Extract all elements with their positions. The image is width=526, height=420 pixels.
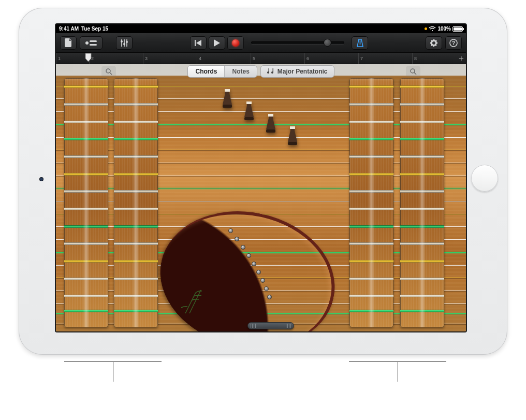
document-icon	[65, 38, 72, 47]
bar-marker: 5	[251, 53, 304, 64]
svg-rect-16	[266, 129, 275, 133]
record-button[interactable]	[227, 36, 244, 50]
svg-rect-12	[223, 105, 232, 108]
scale-label: Major Pentatonic	[277, 68, 328, 75]
svg-rect-13	[225, 89, 230, 92]
settings-button[interactable]	[426, 36, 442, 50]
status-time: 9:41 AM	[59, 26, 79, 32]
go-to-beginning-button[interactable]	[190, 36, 207, 50]
bar-marker: 3	[143, 53, 197, 64]
sounds-browser-icon	[84, 39, 98, 47]
my-songs-button[interactable]	[60, 36, 77, 50]
status-bar: 9:41 AM Tue Sep 15 100%	[56, 24, 466, 33]
add-section-button[interactable]: +	[459, 54, 464, 63]
svg-rect-17	[268, 114, 273, 117]
instrument-header: Chords Notes Major Pentatonic	[56, 64, 466, 79]
zoom-left-button[interactable]	[101, 66, 116, 77]
track-controls-button[interactable]	[116, 36, 133, 50]
instrument-area: Chords Notes Major Pentatonic	[56, 64, 466, 331]
bar-marker: 4	[197, 53, 251, 64]
scale-button[interactable]: Major Pentatonic	[260, 65, 334, 78]
gear-icon	[430, 39, 438, 47]
bar-marker: 6	[304, 53, 358, 64]
chord-strip[interactable]	[349, 78, 393, 327]
ipad-device: 9:41 AM Tue Sep 15 100%	[19, 8, 507, 355]
chords-mode-button[interactable]: Chords	[188, 66, 225, 77]
previous-icon	[195, 40, 202, 46]
svg-rect-15	[246, 102, 252, 104]
svg-point-8	[106, 69, 110, 73]
chord-strip[interactable]	[400, 78, 444, 327]
home-button[interactable]	[471, 165, 498, 192]
playhead-scrubber[interactable]	[251, 41, 344, 44]
magnifier-icon	[105, 68, 112, 75]
svg-line-11	[414, 73, 416, 75]
record-icon	[232, 39, 239, 47]
note-pair-icon	[267, 68, 274, 75]
svg-text:?: ?	[452, 40, 455, 46]
guzheng-board[interactable]	[56, 76, 466, 331]
scrubber-knob[interactable]	[324, 39, 331, 47]
timeline-ruler[interactable]: 1 2 3 4 5 6 7 8 +	[56, 53, 466, 64]
bridge[interactable]	[243, 102, 255, 121]
callout-left	[64, 361, 162, 362]
mixer-icon	[120, 39, 128, 47]
play-button[interactable]	[209, 36, 225, 50]
bar-marker: 1	[56, 53, 89, 64]
svg-rect-14	[244, 117, 254, 120]
svg-rect-18	[288, 142, 297, 145]
bar-marker: 8	[412, 53, 466, 64]
callout-right	[349, 361, 446, 362]
sounds-browser-button[interactable]	[80, 36, 103, 50]
svg-rect-2	[90, 44, 97, 46]
battery-percent: 100%	[437, 26, 451, 32]
location-dot-icon	[425, 27, 427, 30]
bridge[interactable]	[265, 114, 276, 134]
svg-point-0	[85, 41, 89, 45]
chord-strip[interactable]	[64, 78, 108, 327]
front-camera	[39, 177, 43, 181]
control-bar: ?	[56, 33, 466, 53]
magnifier-icon	[410, 68, 417, 75]
battery-icon	[452, 26, 463, 32]
status-date: Tue Sep 15	[81, 26, 108, 32]
metronome-button[interactable]	[352, 36, 368, 50]
play-icon	[214, 39, 220, 47]
wifi-icon	[429, 26, 436, 32]
svg-rect-19	[290, 126, 295, 129]
bar-marker: 2	[89, 53, 143, 64]
svg-point-4	[123, 43, 125, 45]
svg-rect-1	[90, 40, 97, 42]
bridge[interactable]	[222, 89, 233, 109]
chord-strip[interactable]	[114, 78, 158, 327]
svg-point-10	[411, 69, 415, 73]
playhead[interactable]	[85, 53, 92, 60]
svg-line-9	[110, 73, 112, 75]
scroll-handle[interactable]	[247, 322, 294, 329]
bar-marker: 7	[358, 53, 412, 64]
bamboo-decoration	[180, 285, 222, 316]
help-button[interactable]: ?	[445, 36, 462, 50]
help-icon: ?	[449, 39, 458, 47]
svg-point-3	[121, 40, 123, 42]
zoom-right-button[interactable]	[406, 66, 420, 77]
transport-controls	[190, 36, 244, 50]
metronome-icon	[356, 39, 364, 47]
mode-segmented-control: Chords Notes	[187, 65, 257, 78]
notes-mode-button[interactable]: Notes	[225, 66, 256, 77]
svg-point-5	[126, 41, 128, 43]
bridge[interactable]	[287, 126, 298, 146]
screen: 9:41 AM Tue Sep 15 100%	[55, 23, 467, 332]
